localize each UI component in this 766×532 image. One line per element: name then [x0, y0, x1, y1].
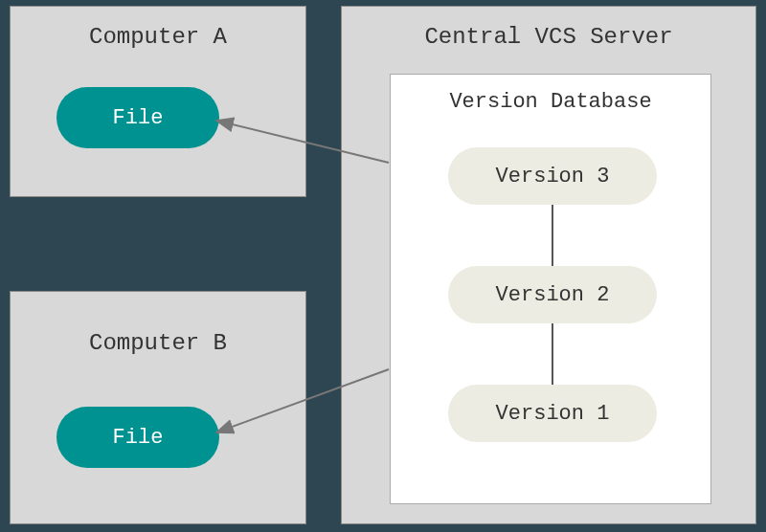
computer-b-title: Computer B: [11, 330, 305, 356]
version-2-label: Version 2: [496, 283, 610, 307]
computer-a-title: Computer A: [11, 24, 305, 50]
connector-v2-v1: [552, 323, 553, 385]
computer-b-box: Computer B File: [10, 291, 306, 524]
version-database-box: Version Database Version 3 Version 2 Ver…: [390, 74, 711, 504]
file-a-pill: File: [56, 87, 219, 148]
version-3-label: Version 3: [496, 165, 610, 188]
server-title: Central VCS Server: [342, 24, 755, 50]
file-b-label: File: [113, 426, 164, 450]
computer-a-box: Computer A File: [10, 6, 306, 197]
connector-v3-v2: [552, 205, 553, 266]
file-b-pill: File: [56, 407, 219, 468]
version-1-label: Version 1: [496, 402, 610, 426]
file-a-label: File: [113, 106, 164, 130]
version-3-pill: Version 3: [448, 147, 657, 205]
version-database-title: Version Database: [391, 90, 710, 114]
server-box: Central VCS Server Version Database Vers…: [341, 6, 756, 524]
version-2-pill: Version 2: [448, 266, 657, 323]
version-1-pill: Version 1: [448, 385, 657, 442]
